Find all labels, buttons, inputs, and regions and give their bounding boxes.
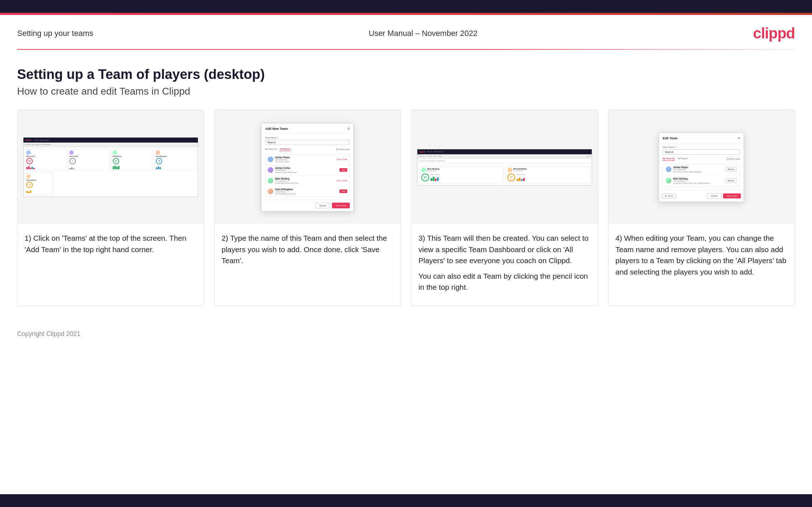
mock-player-card: Blair McHarg 94 [111, 149, 153, 171]
mockup-dashboard: clippd Home My Full Squad Finding 5 out … [23, 137, 198, 197]
all-players-tab[interactable]: All Players [677, 158, 687, 160]
remove-player-button[interactable]: Remove [726, 167, 737, 171]
mock-db-body: Adrian Collis 84 Adrian Collis [23, 147, 198, 173]
avatar [156, 150, 160, 155]
filter-label: Filter by name [726, 158, 740, 160]
player-info: Adrian Coliba 1.5 Handicap Central Londo… [275, 167, 338, 174]
step-2-card: Add New Team × Team Name * Team A My Tea… [214, 110, 401, 306]
dialog-title: Edit Team [663, 137, 677, 140]
filter-checkbox[interactable] [336, 148, 338, 150]
dialog-title: Add New Team [265, 127, 288, 130]
mock-team-header: All Players Team A Player Details ✏ ⊞ ⊟ [417, 154, 592, 159]
step-1-description: 1) Click on 'Teams' at the top of the sc… [17, 224, 204, 306]
list-item: Adrian Player Plus Handicap The Stow, Lo… [265, 154, 349, 165]
player-list: Adrian Player Plus Handicap The Stow, Lo… [265, 154, 350, 197]
mock-bars [26, 165, 65, 169]
team-name-input[interactable]: Team A [663, 149, 740, 155]
delete-area: 🗑 Delete [662, 193, 676, 198]
step-4-card: Edit Team × Team Name * Team A My Team (… [608, 110, 795, 306]
score-circle: 72 [507, 174, 515, 181]
list-item: Dave Billingham 1.5 Handicap The Stag Ma… [265, 186, 349, 197]
close-icon[interactable]: × [347, 126, 350, 131]
mock-nav: Home My Full Squad [35, 139, 49, 141]
step-2-description: 2) Type the name of this Team and then s… [215, 224, 401, 306]
avatar [268, 188, 273, 194]
player-added-badge: Player Added [337, 180, 348, 182]
add-player-button[interactable]: Add [339, 190, 347, 193]
bottom-bar [0, 494, 812, 507]
avatar [666, 166, 671, 172]
save-team-button[interactable]: Save Team [723, 193, 741, 198]
mockup-team-dashboard: clippd Players My Performance All Player… [417, 149, 592, 186]
all-players-tab[interactable]: All Players [280, 148, 291, 151]
step-2-screenshot: Add New Team × Team Name * Team A My Tea… [215, 110, 401, 224]
dialog-header: Edit Team × [659, 133, 744, 143]
my-team-tab[interactable]: My Team (2) [663, 158, 675, 161]
dialog-footer: 🗑 Delete Cancel Save Team [659, 190, 744, 202]
player-list: Adrian Player Plus Handicap The Stow, Lo… [663, 164, 740, 187]
score-circle: 94 [421, 174, 429, 181]
mock-player-card: Richard Butler 72 [25, 173, 53, 194]
avatar [69, 150, 74, 155]
delete-button[interactable]: 🗑 Delete [662, 193, 676, 198]
mock-player-card: Adrian Collis 0 [68, 149, 110, 171]
list-item: Blair McHarg Plus Handicap Royal North D… [663, 175, 740, 187]
avatar [507, 167, 512, 172]
page-title-section: Setting up a Team of players (desktop) H… [0, 50, 812, 110]
manual-title: User Manual – November 2022 [93, 29, 753, 38]
edit-team-dialog: Edit Team × Team Name * Team A My Team (… [659, 133, 744, 202]
page-subtitle: How to create and edit Teams in Clippd [17, 86, 795, 97]
avatar [268, 178, 273, 183]
clippd-logo: clippd [753, 25, 795, 42]
page-title: Setting up a Team of players (desktop) [17, 67, 795, 82]
step-1-card: clippd Home My Full Squad Finding 5 out … [17, 110, 204, 306]
save-team-button[interactable]: Save Team [332, 203, 350, 208]
dialog-body: Team Name * Team A My Team (2) All Playe… [262, 134, 353, 199]
breadcrumb: Setting up your teams [17, 29, 93, 38]
page-header: Setting up your teams User Manual – Nove… [0, 15, 812, 49]
player-bars [431, 176, 439, 181]
avatar [26, 150, 31, 155]
cancel-button[interactable]: Cancel [316, 203, 330, 208]
avatar [268, 167, 273, 173]
step-3-card: clippd Players My Performance All Player… [411, 110, 598, 306]
player-info: Adrian Player Plus Handicap The Stow, Lo… [275, 156, 335, 163]
field-label: Team Name * [663, 146, 740, 148]
dialog-footer: Cancel Save Team [262, 199, 353, 211]
logo-area: clippd [753, 25, 795, 42]
mock-player-card: Dave Billingham 78 [154, 149, 196, 171]
step-1-screenshot: clippd Home My Full Squad Finding 5 out … [17, 110, 204, 224]
avatar [421, 167, 426, 172]
dialog-header: Add New Team × [262, 123, 353, 134]
mock-team-body: Blair McHarg Plus Handicap 94 Player Qua… [417, 164, 592, 185]
cancel-button[interactable]: Cancel [707, 193, 722, 199]
player-info: Blair McHarg Plus Handicap Royal North D… [275, 177, 335, 184]
list-item: Blair McHarg Plus Handicap Royal North D… [265, 176, 349, 186]
mock-player-card: Adrian Collis 84 [25, 149, 67, 171]
team-name-input[interactable]: Team A [265, 140, 350, 145]
my-team-tab[interactable]: My Team (2) [265, 148, 277, 151]
mock-topbar: clippd Players My Performance [417, 149, 592, 154]
mock-bars [156, 165, 195, 169]
step-3-description: 3) This Team will then be created. You c… [411, 224, 598, 306]
filter-label: Filter by name [336, 148, 350, 150]
filter-checkbox[interactable] [726, 158, 728, 160]
player-info: Blair McHarg Plus Handicap Royal North D… [673, 177, 723, 184]
step-4-description: 4) When editing your Team, you can chang… [608, 224, 795, 306]
avatar [26, 174, 31, 178]
close-icon[interactable]: × [738, 136, 740, 141]
avatar [666, 178, 671, 183]
add-player-button[interactable]: Add [339, 168, 347, 172]
dialog-tabs: My Team (2) All Players Filter by name [265, 148, 350, 151]
copyright-text: Copyright Clippd 2021 [17, 330, 80, 337]
remove-player-button[interactable]: Remove [726, 178, 737, 183]
list-item: Adrian Player Plus Handicap The Stow, Lo… [663, 164, 740, 175]
field-label: Team Name * [265, 137, 350, 139]
player-added-badge: Player Added [337, 158, 348, 160]
player-info: Adrian Player Plus Handicap The Stow, Lo… [673, 166, 723, 173]
dialog-body: Team Name * Team A My Team (2) All Playe… [659, 143, 744, 190]
avatar [268, 156, 273, 162]
add-new-team-dialog: Add New Team × Team Name * Team A My Tea… [261, 123, 354, 212]
step-4-screenshot: Edit Team × Team Name * Team A My Team (… [608, 110, 795, 224]
list-item: Adrian Coliba 1.5 Handicap Central Londo… [265, 165, 349, 176]
